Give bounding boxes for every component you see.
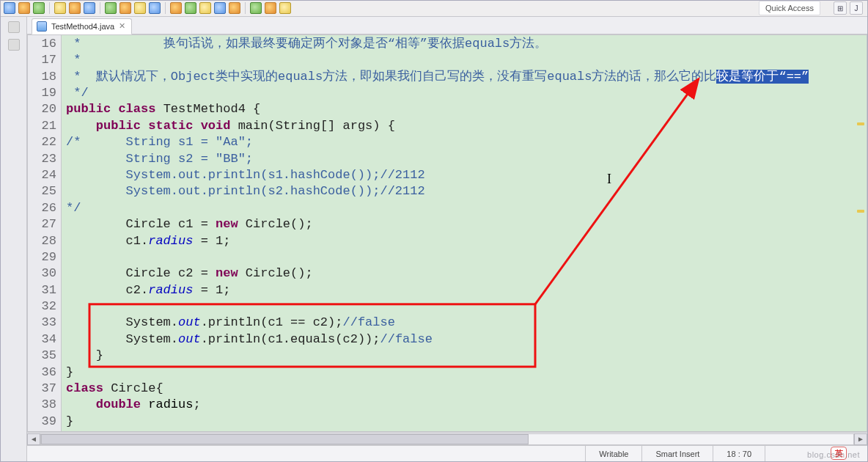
line-number: 18 <box>31 69 56 85</box>
line-number: 31 <box>31 282 56 298</box>
line-number: 25 <box>31 183 56 199</box>
code-line[interactable]: System.out.println(s1.hashCode());//2112 <box>66 167 867 183</box>
toolbar-icon[interactable] <box>149 2 161 14</box>
code-line[interactable]: * <box>66 52 867 68</box>
code-editor[interactable]: 1617181920212223242526272829303132333435… <box>27 34 867 432</box>
toolbar-icon[interactable] <box>214 2 226 14</box>
code-line[interactable]: double radius; <box>66 397 867 413</box>
code-line[interactable] <box>66 298 867 315</box>
horizontal-scrollbar[interactable]: ◄ ► <box>27 432 867 445</box>
main-toolbar: Quick Access ⊞ J <box>1 1 867 17</box>
code-line[interactable]: */ <box>66 200 867 216</box>
minimized-view-icon[interactable] <box>8 39 20 51</box>
line-number: 37 <box>31 381 56 397</box>
status-bar: Writable Smart Insert 18 : 70 <box>27 445 867 461</box>
line-number: 24 <box>31 167 56 183</box>
quick-access-box[interactable]: Quick Access <box>759 1 820 15</box>
status-writable: Writable <box>585 446 641 461</box>
perspective-switcher: ⊞ J <box>834 1 863 15</box>
toolbar-icon[interactable] <box>105 2 117 14</box>
code-line[interactable]: } <box>66 364 867 381</box>
line-number: 30 <box>31 265 56 282</box>
toolbar-icon[interactable] <box>84 2 95 14</box>
toolbar-icon[interactable] <box>4 2 15 14</box>
toolbar-icon[interactable] <box>199 2 211 14</box>
code-line[interactable]: System.out.println(s2.hashCode());//2112 <box>66 183 867 199</box>
scroll-left-button[interactable]: ◄ <box>27 433 40 445</box>
code-line[interactable]: } <box>66 348 867 364</box>
code-line[interactable]: } <box>66 414 867 430</box>
line-number: 29 <box>31 249 56 265</box>
eclipse-window: Quick Access ⊞ J TestMethod4.java ✕ 1617… <box>0 0 868 462</box>
code-line[interactable]: * 换句话说，如果最终要确定两个对象是否“相等”要依据equals方法。 <box>66 36 867 52</box>
line-number-gutter: 1617181920212223242526272829303132333435… <box>28 35 62 431</box>
code-line[interactable]: Circle c2 = new Circle(); <box>66 265 867 282</box>
toolbar-icon[interactable] <box>185 2 196 14</box>
toolbar-separator <box>100 2 100 14</box>
line-number: 39 <box>31 414 56 430</box>
toolbar-icon[interactable] <box>250 2 262 14</box>
minimized-view-icon[interactable] <box>8 21 20 33</box>
scroll-track[interactable] <box>40 433 854 445</box>
line-number: 22 <box>31 134 56 150</box>
code-content[interactable]: * 换句话说，如果最终要确定两个对象是否“相等”要依据equals方法。 * *… <box>62 35 867 431</box>
code-line[interactable]: c1.radius = 1; <box>66 233 867 249</box>
line-number: 28 <box>31 233 56 249</box>
toolbar-icon[interactable] <box>229 2 240 14</box>
status-cursor-position: 18 : 70 <box>713 446 765 461</box>
toolbar-icon[interactable] <box>18 2 30 14</box>
line-number: 20 <box>31 101 56 117</box>
toolbar-icon[interactable] <box>134 2 146 14</box>
left-trim-stack <box>1 17 27 461</box>
toolbar-icon[interactable] <box>119 2 131 14</box>
toolbar-separator <box>245 2 246 14</box>
scroll-thumb[interactable] <box>41 434 529 444</box>
java-perspective-button[interactable]: J <box>850 1 863 15</box>
line-number: 16 <box>31 36 56 52</box>
line-number: 27 <box>31 216 56 232</box>
status-insert-mode: Smart Insert <box>641 446 713 461</box>
toolbar-icon[interactable] <box>170 2 182 14</box>
line-number: 21 <box>31 118 56 134</box>
line-number: 32 <box>31 298 56 315</box>
code-line[interactable]: * 默认情况下，Object类中实现的equals方法，即如果我们自己写的类，没… <box>66 69 867 85</box>
line-number: 33 <box>31 315 56 331</box>
code-line[interactable]: System.out.println(c1 == c2);//false <box>66 315 867 331</box>
code-line[interactable]: public static void main(String[] args) { <box>66 118 867 134</box>
quick-access-label: Quick Access <box>765 4 814 12</box>
code-line[interactable]: /* String s1 = "Aa"; <box>66 134 867 150</box>
code-line[interactable]: System.out.println(c1.equals(c2));//fals… <box>66 331 867 348</box>
code-line[interactable]: c2.radius = 1; <box>66 282 867 298</box>
line-number: 38 <box>31 397 56 413</box>
toolbar-icon[interactable] <box>69 2 81 14</box>
line-number: 34 <box>31 331 56 348</box>
close-icon[interactable]: ✕ <box>119 21 125 31</box>
overview-ruler[interactable] <box>853 53 867 402</box>
editor-tabbar: TestMethod4.java ✕ <box>27 17 867 34</box>
code-line[interactable]: public class TestMethod4 { <box>66 101 867 117</box>
line-number: 26 <box>31 200 56 216</box>
code-line[interactable]: Circle c1 = new Circle(); <box>66 216 867 232</box>
toolbar-separator <box>49 2 50 14</box>
open-perspective-button[interactable]: ⊞ <box>834 1 847 15</box>
line-number: 19 <box>31 85 56 101</box>
code-line[interactable]: */ <box>66 85 867 101</box>
toolbar-icon[interactable] <box>279 2 291 14</box>
watermark-text: blog.csdn.net <box>807 450 860 459</box>
toolbar-separator <box>165 2 166 14</box>
editor-tab-testmethod4[interactable]: TestMethod4.java ✕ <box>32 18 132 34</box>
line-number: 35 <box>31 348 56 364</box>
tab-label: TestMethod4.java <box>51 22 114 31</box>
toolbar-icon[interactable] <box>265 2 276 14</box>
scroll-right-button[interactable]: ► <box>854 433 867 445</box>
code-line[interactable]: class Circle{ <box>66 381 867 397</box>
code-line[interactable] <box>66 249 867 265</box>
line-number: 23 <box>31 151 56 167</box>
toolbar-icon[interactable] <box>33 2 45 14</box>
code-line[interactable]: String s2 = "BB"; <box>66 151 867 167</box>
toolbar-icon[interactable] <box>54 2 66 14</box>
line-number: 36 <box>31 364 56 381</box>
line-number: 17 <box>31 52 56 68</box>
java-file-icon <box>37 21 47 32</box>
